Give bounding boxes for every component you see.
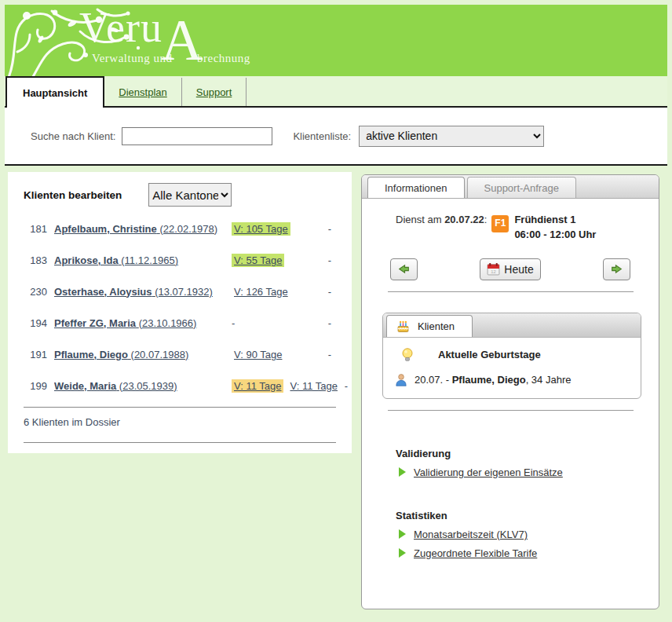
duty-label: Dienst am 20.07.22: xyxy=(396,213,487,228)
vacation-days-link[interactable]: V: 11 Tage xyxy=(287,379,339,393)
client-row: 194 Pfeffer ZG, Maria (23.10.1966) - - xyxy=(24,307,336,338)
person-icon xyxy=(394,373,408,387)
section-link-row: Zugeordnete Flexible Tarife xyxy=(396,547,659,559)
klienten-box: Klienten Aktuelle Geburtstage xyxy=(382,313,641,399)
section-link[interactable]: Monatsarbeitszeit (KLV7) xyxy=(414,529,528,540)
client-dash: - xyxy=(323,317,336,329)
canton-select[interactable]: Alle Kantone xyxy=(148,183,232,207)
client-badges: V: 90 Tage xyxy=(232,348,323,361)
app-header: Veru A Verwaltung und brechnung xyxy=(5,5,667,76)
section-title: Validierung xyxy=(396,448,659,459)
duty-date: 20.07.22 xyxy=(444,214,484,225)
birthday-cake-icon xyxy=(396,320,410,333)
search-label: Suche nach Klient: xyxy=(31,130,115,142)
client-search-input[interactable] xyxy=(122,127,272,145)
vacation-days-link[interactable]: V: 11 Tage xyxy=(232,379,283,393)
next-day-button[interactable] xyxy=(603,258,630,280)
info-tab-informationen[interactable]: Informationen xyxy=(367,177,465,198)
client-badges: - xyxy=(232,317,323,329)
verua-logo: Veru A Verwaltung und brechnung xyxy=(79,5,409,76)
triangle-right-icon xyxy=(399,529,406,539)
client-name-link[interactable]: Aprikose, Ida (11.12.1965) xyxy=(54,254,178,266)
vacation-days-link[interactable]: V: 126 Tage xyxy=(232,285,290,298)
client-name-link[interactable]: Pfeffer ZG, Maria (23.10.1966) xyxy=(54,317,196,329)
client-rows: 181 Apfelbaum, Christine (22.02.1978) V:… xyxy=(24,213,336,401)
client-list-select[interactable]: aktive Klienten xyxy=(359,126,544,147)
tab-dienstplan[interactable]: Dienstplan xyxy=(104,78,181,106)
klienten-box-tab[interactable]: Klienten xyxy=(386,315,473,337)
tab-support[interactable]: Support xyxy=(182,78,247,106)
client-id: 183 xyxy=(24,254,47,266)
birthday-title: Aktuelle Geburtstage xyxy=(438,349,541,360)
client-dash: - xyxy=(323,349,336,360)
klienten-box-tab-label: Klienten xyxy=(418,320,455,332)
tab-link[interactable]: Support xyxy=(196,86,232,98)
birthday-entry-row: 20.07. - Pflaume, Diego, 34 Jahre xyxy=(393,373,631,387)
section-link-row: Monatsarbeitszeit (KLV7) xyxy=(396,529,659,540)
client-row: 230 Osterhase, Aloysius (13.07.1932) V: … xyxy=(24,276,336,307)
birthday-entry: 20.07. - Pflaume, Diego, 34 Jahre xyxy=(415,374,571,386)
vacation-days-link[interactable]: V: 105 Tage xyxy=(232,222,290,236)
section-statistiken: StatistikenMonatsarbeitszeit (KLV7)Zugeo… xyxy=(396,510,659,559)
divider xyxy=(388,291,634,292)
tab-hauptansicht[interactable]: Hauptansicht xyxy=(5,76,104,108)
client-name: Pfeffer ZG, Maria (23.10.1966) xyxy=(54,317,232,329)
client-name-link[interactable]: Osterhase, Aloysius (13.07.1932) xyxy=(54,286,213,298)
client-id: 194 xyxy=(24,317,47,329)
client-name-link[interactable]: Weide, Maria (23.05.1939) xyxy=(54,380,177,392)
tab-link[interactable]: Dienstplan xyxy=(119,86,166,98)
klienten-box-header: Klienten xyxy=(383,313,641,338)
client-name: Aprikose, Ida (11.12.1965) xyxy=(54,254,232,266)
no-vacation-placeholder: - xyxy=(232,317,235,329)
shift-info: Frühdienst 1 06:00 - 12:00 Uhr xyxy=(514,213,596,243)
today-button-label: Heute xyxy=(504,263,533,276)
divider xyxy=(388,410,634,411)
client-name: Pflaume, Diego (20.07.1988) xyxy=(54,349,232,360)
client-id: 199 xyxy=(24,380,47,392)
section-validierung: ValidierungValidierung der eigenen Einsä… xyxy=(396,448,659,478)
birthday-title-row: Aktuelle Geburtstage xyxy=(393,347,631,363)
client-name: Apfelbaum, Christine (22.02.1978) xyxy=(54,223,232,235)
main-tabbar: HauptansichtDienstplanSupport xyxy=(5,76,667,108)
client-name-link[interactable]: Pflaume, Diego (20.07.1988) xyxy=(54,349,188,360)
client-count-label: 6 Klienten im Dossier xyxy=(24,408,336,437)
search-panel: Suche nach Klient: Klientenliste: aktive… xyxy=(5,108,667,166)
section-title: Statistiken xyxy=(396,510,659,521)
today-button[interactable]: 12 Heute xyxy=(480,258,540,280)
logo-subtitle-left: Verwaltung und xyxy=(92,52,172,65)
light-bulb-icon xyxy=(400,347,415,363)
duty-line: Dienst am 20.07.22: F1 Frühdienst 1 06:0… xyxy=(396,213,659,243)
client-row: 199 Weide, Maria (23.05.1939) V: 11 Tage… xyxy=(24,370,336,401)
vacation-days-link[interactable]: V: 90 Tage xyxy=(232,348,284,361)
shift-time: 06:00 - 12:00 Uhr xyxy=(514,228,596,243)
client-row: 191 Pflaume, Diego (20.07.1988) V: 90 Ta… xyxy=(24,338,336,370)
client-name: Osterhase, Aloysius (13.07.1932) xyxy=(54,286,232,298)
svg-text:12: 12 xyxy=(491,269,496,274)
main-area: Klienten bearbeiten Alle Kantone 181 Apf… xyxy=(5,166,667,617)
section-link[interactable]: Zugeordnete Flexible Tarife xyxy=(414,547,537,559)
section-link-row: Validierung der eigenen Einsätze xyxy=(396,466,659,478)
client-name-link[interactable]: Apfelbaum, Christine (22.02.1978) xyxy=(54,223,217,235)
date-nav-row: 12 Heute xyxy=(362,258,659,280)
arrow-right-icon xyxy=(610,262,623,276)
client-row: 181 Apfelbaum, Christine (22.02.1978) V:… xyxy=(24,213,336,244)
info-tabbar: InformationenSupport-Anfrage xyxy=(362,175,659,199)
client-dash: - xyxy=(323,286,336,298)
info-tab-support-anfrage[interactable]: Support-Anfrage xyxy=(467,177,576,198)
section-link[interactable]: Validierung der eigenen Einsätze xyxy=(414,466,563,478)
triangle-right-icon xyxy=(399,467,406,477)
link-sections: ValidierungValidierung der eigenen Einsä… xyxy=(362,448,659,559)
triangle-right-icon xyxy=(399,548,406,558)
clients-panel-title: Klienten bearbeiten xyxy=(24,189,122,201)
client-badges: V: 55 Tage xyxy=(232,254,323,267)
client-id: 181 xyxy=(24,223,47,235)
client-list-label: Klientenliste: xyxy=(293,130,351,142)
birthday-entry-name: Pflaume, Diego xyxy=(452,374,526,386)
client-row: 183 Aprikose, Ida (11.12.1965) V: 55 Tag… xyxy=(24,244,336,276)
logo-text-veru: Veru xyxy=(79,5,163,52)
calendar-icon: 12 xyxy=(487,262,500,276)
prev-day-button[interactable] xyxy=(390,258,418,280)
vacation-days-link[interactable]: V: 55 Tage xyxy=(232,254,284,267)
client-badges: V: 11 TageV: 11 Tage xyxy=(232,379,340,393)
client-dash: - xyxy=(340,380,352,392)
